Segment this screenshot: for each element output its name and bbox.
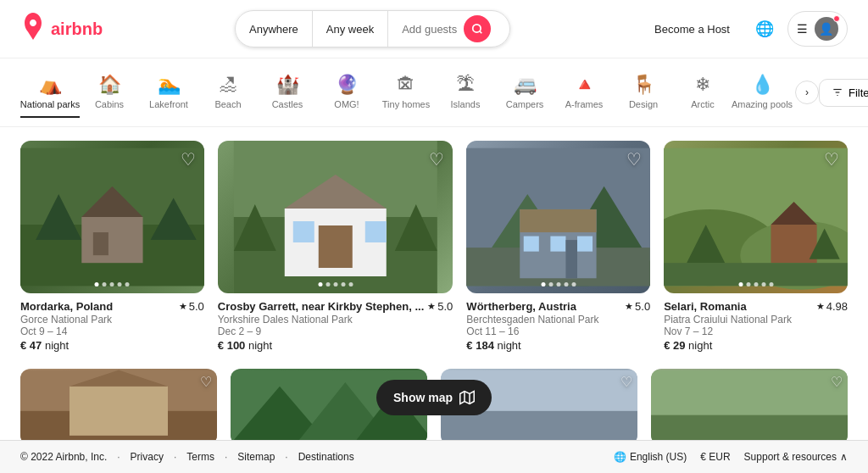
category-castles[interactable]: 🏰 Castles — [258, 67, 317, 118]
wishlist-button-wortherberg[interactable]: ♡ — [626, 149, 642, 170]
listing-location-selari: Selari, Romania — [664, 300, 813, 313]
footer-left: © 2022 Airbnb, Inc. · Privacy · Terms · … — [20, 451, 354, 463]
filters-icon — [832, 86, 843, 98]
footer-support-link[interactable]: Support & resources ∧ — [744, 451, 848, 463]
airbnb-logo-icon — [20, 13, 46, 46]
category-arctic[interactable]: ❄ Arctic — [673, 67, 732, 118]
category-nav-arrow[interactable]: › — [795, 81, 819, 104]
heart-icon: ♡ — [824, 150, 839, 169]
show-map-button[interactable]: Show map — [376, 380, 492, 415]
image-dots-wortherberg — [541, 282, 576, 287]
listing-card-selari[interactable]: ♡ Selari, Romania ★ 4.98 Piatra Craiului… — [664, 141, 848, 355]
beach-icon: 🏖 — [219, 74, 237, 96]
search-any-week[interactable]: Any week — [313, 11, 388, 47]
footer-currency: € EUR — [700, 451, 730, 463]
footer-currency-selector[interactable]: € EUR — [700, 451, 730, 463]
wishlist-button-row2-4[interactable]: ♡ — [831, 374, 843, 390]
category-design[interactable]: 🪑 Design — [614, 67, 673, 118]
chevron-up-icon: ∧ — [840, 451, 848, 463]
svg-line-1 — [480, 31, 482, 34]
svg-rect-17 — [293, 221, 314, 242]
heart-icon: ♡ — [200, 375, 212, 389]
footer-link-privacy[interactable]: Privacy — [131, 451, 164, 463]
listing-card-crosby[interactable]: ♡ Crosby Garrett, near Kirkby Stephen, .… — [218, 141, 453, 355]
footer-link-sitemap[interactable]: Sitemap — [237, 451, 275, 463]
logo-text: airbnb — [51, 19, 103, 39]
category-cabins[interactable]: 🏠 Cabins — [80, 67, 139, 118]
category-campers[interactable]: 🚐 Campers — [495, 67, 554, 118]
category-beach[interactable]: 🏖 Beach — [198, 67, 258, 118]
footer-support-text: Support & resources — [744, 451, 837, 463]
listing-image-row2-1: ♡ — [20, 369, 217, 445]
heart-icon: ♡ — [181, 150, 196, 169]
wishlist-button-row2-3[interactable]: ♡ — [620, 374, 632, 390]
star-icon: ★ — [625, 301, 633, 312]
svg-rect-29 — [577, 236, 593, 252]
search-anywhere[interactable]: Anywhere — [236, 11, 313, 47]
language-button[interactable]: 🌐 — [748, 13, 781, 45]
svg-rect-41 — [70, 387, 168, 436]
user-menu-button[interactable]: ☰ 👤 — [787, 11, 848, 47]
arctic-icon: ❄ — [695, 74, 710, 96]
heart-icon: ♡ — [429, 150, 444, 169]
lakefront-icon: 🏊 — [158, 74, 181, 96]
hamburger-icon: ☰ — [797, 22, 808, 36]
heart-icon: ♡ — [626, 150, 642, 169]
search-add-guests[interactable]: Add guests — [388, 11, 509, 47]
category-amazing-pools[interactable]: 💧 Amazing pools — [732, 67, 792, 118]
search-button[interactable] — [464, 15, 491, 42]
design-icon: 🪑 — [632, 74, 655, 96]
listing-image-mordarka: ♡ — [20, 141, 204, 293]
nav-right: Become a Host 🌐 ☰ 👤 — [643, 11, 848, 47]
map-icon — [459, 390, 475, 405]
listing-image-row2-4: ♡ — [651, 369, 848, 445]
wishlist-button-mordarka[interactable]: ♡ — [181, 149, 196, 170]
footer-link-destinations[interactable]: Destinations — [298, 451, 354, 463]
listings-grid: ♡ Mordarka, Poland ★ 5.0 Gorce National … — [0, 127, 868, 369]
svg-rect-26 — [520, 209, 597, 232]
wishlist-button-selari[interactable]: ♡ — [824, 149, 839, 170]
footer-link-terms[interactable]: Terms — [186, 451, 214, 463]
listing-card-row2-4[interactable]: ♡ — [651, 369, 848, 445]
header: airbnb Anywhere Any week Add guests Beco… — [0, 0, 868, 58]
category-a-frames[interactable]: 🔺 A-frames — [554, 67, 614, 118]
listing-image-crosby: ♡ — [218, 141, 453, 293]
logo[interactable]: airbnb — [20, 13, 103, 46]
wishlist-button-row2-1[interactable]: ♡ — [200, 374, 212, 390]
become-host-button[interactable]: Become a Host — [643, 14, 742, 44]
islands-icon: 🏝 — [456, 74, 475, 96]
footer-language-selector[interactable]: 🌐 English (US) — [614, 451, 687, 463]
listing-card-row2-1[interactable]: ♡ — [20, 369, 217, 445]
svg-rect-30 — [566, 240, 578, 278]
wishlist-button-crosby[interactable]: ♡ — [429, 149, 444, 170]
category-nav: ⛺ National parks 🏠 Cabins 🏊 Lakefront 🏖 … — [0, 58, 868, 127]
listing-price-selari: € 29 night — [664, 339, 848, 352]
search-bar: Anywhere Any week Add guests — [235, 10, 510, 47]
footer-right: 🌐 English (US) € EUR Support & resources… — [614, 451, 848, 463]
tiny-homes-icon: 🏚 — [397, 74, 415, 96]
listing-subtitle-crosby: Yorkshire Dales National Park — [218, 314, 453, 326]
svg-point-0 — [473, 25, 481, 32]
globe-small-icon: 🌐 — [614, 451, 626, 463]
svg-rect-34 — [771, 225, 817, 263]
listing-card-mordarka[interactable]: ♡ Mordarka, Poland ★ 5.0 Gorce National … — [20, 141, 204, 355]
category-national-parks[interactable]: ⛺ National parks — [20, 67, 80, 118]
listing-location-wortherberg: Wörtherberg, Austria — [466, 300, 621, 313]
listing-price-crosby: € 100 night — [218, 339, 453, 352]
listing-card-wortherberg[interactable]: ♡ Wörtherberg, Austria ★ 5.0 Berchtesgad… — [466, 141, 650, 355]
category-lakefront[interactable]: 🏊 Lakefront — [139, 67, 198, 118]
listing-subtitle-mordarka: Gorce National Park — [20, 314, 204, 326]
filters-button[interactable]: Filters — [819, 79, 868, 107]
listing-dates-crosby: Dec 2 – 9 — [218, 326, 453, 337]
category-islands[interactable]: 🏝 Islands — [436, 67, 495, 118]
heart-icon: ♡ — [831, 375, 843, 389]
listing-image-wortherberg: ♡ — [466, 141, 650, 293]
listing-rating-wortherberg: ★ 5.0 — [625, 300, 650, 313]
campers-icon: 🚐 — [514, 74, 537, 96]
listing-rating-crosby: ★ 5.0 — [427, 300, 453, 313]
category-omg[interactable]: 🔮 OMG! — [317, 67, 376, 118]
listing-price-mordarka: € 47 night — [20, 339, 204, 352]
listing-location-mordarka: Mordarka, Poland — [20, 300, 175, 313]
avatar: 👤 — [815, 17, 838, 41]
category-tiny-homes[interactable]: 🏚 Tiny homes — [376, 67, 436, 118]
